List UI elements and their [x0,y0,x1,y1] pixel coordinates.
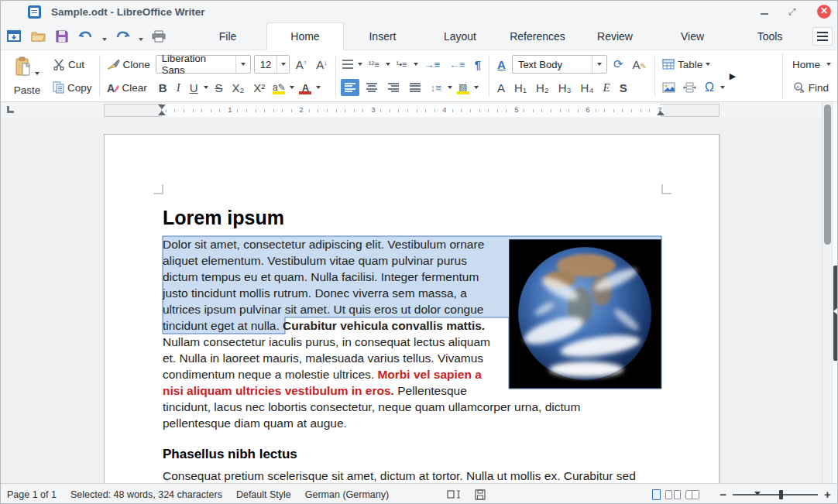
selected-text[interactable]: Dolor sit amet, consectetur adipiscing e… [163,238,484,332]
paragraph-style-value[interactable]: Text Body [513,59,592,70]
zoom-slider[interactable]: − + [720,488,831,501]
update-style-button[interactable]: ⟳ [610,57,627,72]
paste-button[interactable] [12,55,42,78]
save-button[interactable] [53,28,70,45]
subscript-button[interactable]: X₂ [229,81,248,95]
font-name-combo[interactable]: Liberation Sans [156,55,251,74]
vertical-scrollbar[interactable] [822,102,832,483]
toolbar-home-dropdown[interactable] [826,63,831,66]
cut-button[interactable]: Cut [50,57,87,72]
menubar-menu-button[interactable] [812,27,833,46]
right-indent-marker[interactable] [657,111,665,115]
sidebar-show-button[interactable] [833,266,838,361]
redo-dropdown[interactable] [139,38,143,41]
font-size-value[interactable]: 12 [255,59,276,70]
paragraph-background-button[interactable]: ▨ [455,80,471,95]
book-view-button[interactable] [685,490,699,499]
font-name-value[interactable]: Liberation Sans [156,53,235,76]
superscript-button[interactable]: X² [250,81,268,95]
language-status[interactable]: German (Germany) [305,489,389,500]
special-character-button[interactable]: Ω [702,80,717,95]
special-character-dropdown[interactable] [720,86,725,89]
multi-page-view-button[interactable] [665,490,681,499]
default-character-style-button[interactable]: A [494,81,508,95]
underline-button[interactable]: U [187,81,201,95]
font-size-dropdown[interactable] [276,56,289,73]
increase-font-button[interactable]: A↑ [293,57,311,72]
tab-review[interactable]: Review [576,22,654,50]
scrollbar-thumb[interactable] [824,105,831,245]
clone-formatting-button[interactable]: Clone [105,57,153,72]
font-color-button[interactable]: A [297,80,313,95]
edit-style-button[interactable]: A✎ [629,57,649,72]
numbered-list-button[interactable]: ¹²≡ [366,59,383,70]
toolbar-overflow-button[interactable]: ▶ [730,71,736,81]
table-dropdown[interactable] [706,63,710,66]
close-button[interactable]: ✕ [817,5,831,19]
align-right-button[interactable] [384,79,403,96]
justify-button[interactable] [406,79,424,96]
tab-layout[interactable]: Layout [421,22,499,50]
document-paragraph2[interactable]: Consequat pretium scelerisque sit amet, … [163,468,665,483]
page-number-status[interactable]: Page 1 of 1 [7,489,57,500]
strikethrough-button[interactable]: S [211,81,225,95]
horizontal-ruler[interactable]: 1 2 3 4 5 6 7 [1,102,822,118]
bold-text[interactable]: Curabitur vehicula convallis mattis. [280,319,485,332]
align-left-button[interactable] [341,79,359,96]
toolbar-home-menu[interactable]: Home [792,59,820,70]
document-heading1[interactable]: Lorem ipsum [163,207,284,229]
bullet-list-button[interactable] [341,59,355,70]
numbered-list-dropdown[interactable] [386,63,390,66]
decrease-font-button[interactable]: A↓ [313,57,331,72]
heading4-style-button[interactable]: H₄ [578,81,597,95]
formatting-marks-button[interactable]: ¶ [472,57,484,72]
print-button[interactable] [150,28,167,45]
document-modified-status[interactable] [475,489,486,500]
undo-dropdown[interactable] [102,38,107,41]
heading1-style-button[interactable]: H₁ [511,81,530,95]
highlight-color-button[interactable]: a✎ [271,80,287,95]
font-size-combo[interactable]: 12 [254,55,290,74]
decrease-indent-button[interactable]: ←≡ [446,58,469,71]
character-dialog-button[interactable]: A [494,57,509,72]
tab-home[interactable]: Home [266,22,344,50]
insert-image-button[interactable] [660,81,678,94]
new-document-button[interactable] [5,28,22,45]
zoom-slider-track[interactable] [733,494,818,495]
single-page-view-button[interactable] [652,489,661,500]
zoom-out-button[interactable]: − [720,488,726,501]
underline-dropdown[interactable] [204,86,208,89]
line-spacing-dropdown[interactable] [448,86,452,89]
outline-list-dropdown[interactable] [414,63,418,66]
document-heading2[interactable]: Phasellus nibh lectus [163,447,297,462]
document-page[interactable]: Lorem ipsum Dolor sit amet, consectetur … [104,134,720,483]
tab-references[interactable]: References [499,22,576,50]
insert-page-break-button[interactable] [681,81,699,94]
font-name-dropdown[interactable] [235,56,250,73]
clear-formatting-button[interactable]: A Clear [105,81,149,95]
page-style-status[interactable]: Default Style [236,489,291,500]
line-spacing-button[interactable]: ↕≡ [428,81,445,94]
insert-mode-status[interactable] [447,489,461,499]
bold-button[interactable]: B [156,81,170,95]
redo-button[interactable] [114,28,131,45]
bullet-list-dropdown[interactable] [358,63,362,66]
copy-button[interactable]: Copy [50,80,94,95]
tab-view[interactable]: View [654,22,731,50]
zoom-slider-thumb[interactable] [779,490,783,499]
ruler-scale[interactable]: 1 2 3 4 5 6 7 [104,104,720,117]
paste-dropdown[interactable] [35,72,39,75]
paragraph-background-dropdown[interactable] [474,86,479,89]
font-color-dropdown[interactable] [316,86,321,89]
tab-stop-selector-icon[interactable] [7,106,14,113]
left-indent-marker[interactable] [158,111,166,115]
table-button[interactable]: Table [660,57,713,72]
maximize-button[interactable]: ⤢ [788,8,797,16]
document-view[interactable]: Lorem ipsum Dolor sit amet, consectetur … [1,118,822,483]
paragraph-style-combo[interactable]: Text Body [512,55,607,74]
earth-image[interactable] [509,239,661,389]
tab-file[interactable]: File [189,22,266,50]
strong-style-button[interactable]: S [616,81,630,95]
italic-button[interactable]: I [173,81,184,95]
open-button[interactable] [29,28,46,45]
